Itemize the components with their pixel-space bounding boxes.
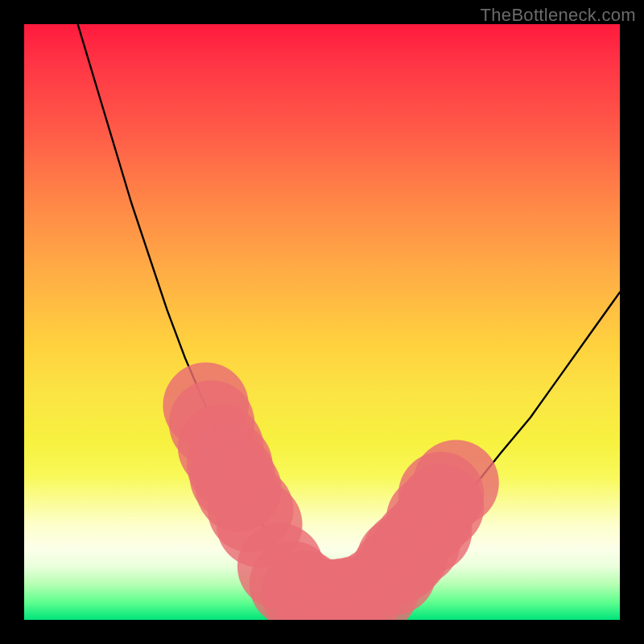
chart-plot-area [24, 24, 620, 620]
chart-svg [24, 24, 620, 620]
chart-frame: TheBottleneck.com [0, 0, 644, 644]
bottleneck-curve [78, 24, 620, 602]
marker-group [163, 362, 498, 620]
data-marker [413, 440, 499, 526]
watermark-text: TheBottleneck.com [481, 5, 636, 26]
